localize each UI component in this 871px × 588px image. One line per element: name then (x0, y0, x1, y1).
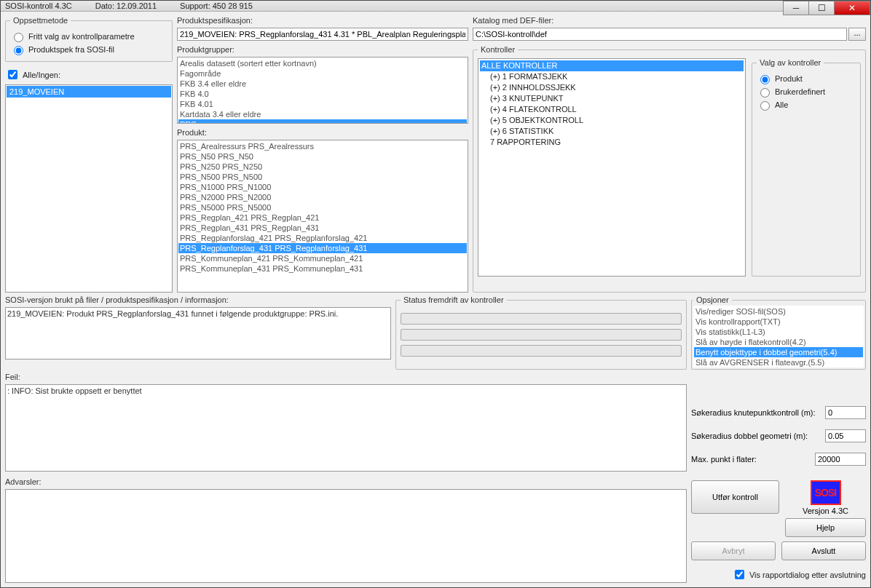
radio-produktspek[interactable] (14, 46, 23, 55)
sosi-logo: SOSI (811, 480, 841, 505)
list-item[interactable]: PRS_Kommuneplan_431 PRS_Kommuneplan_431 (178, 263, 467, 274)
opsjoner-listbox[interactable]: Vis/rediger SOSI-fil(SOS)Vis kontrollrap… (693, 306, 864, 368)
radio-brukerdef-label: Brukerdefinert (775, 87, 825, 96)
radio-produkt-label: Produkt (775, 74, 803, 83)
list-item[interactable]: Vis/rediger SOSI-fil(SOS) (694, 306, 863, 317)
app-title: SOSI-kontroll 4.3C (5, 1, 72, 10)
valg-kontroller-legend: Valg av kontroller (757, 58, 824, 67)
tree-item[interactable]: (+) 2 INNHOLDSSJEKK (480, 82, 744, 93)
maximize-button[interactable]: ☐ (808, 1, 835, 15)
tree-item[interactable]: (+) 1 FORMATSJEKK (480, 71, 744, 82)
param2-input[interactable] (825, 429, 866, 442)
list-item[interactable]: PRS_Arealressurs PRS_Arealressurs (178, 141, 467, 151)
status-group: Status fremdrift av kontroller (395, 295, 687, 370)
kontroller-group: Kontroller ALLE KONTROLLER(+) 1 FORMATSJ… (473, 45, 866, 293)
kontroller-tree[interactable]: ALLE KONTROLLER(+) 1 FORMATSJEKK(+) 2 IN… (478, 58, 746, 277)
info-text: 219_MOVEIEN: Produkt PRS_Regplanforslag_… (7, 309, 338, 318)
opsjoner-legend: Opsjoner (693, 295, 732, 304)
files-listbox[interactable]: 219_MOVEIEN (5, 84, 173, 293)
list-item[interactable]: FKB 4.0 (178, 89, 467, 99)
rapportdialog-checkbox[interactable] (735, 570, 744, 579)
produktspes-input[interactable] (177, 28, 468, 41)
param1-input[interactable] (825, 406, 866, 419)
main-window: SOSI-kontroll 4.3C Dato: 12.09.2011 Supp… (0, 0, 871, 588)
status-legend: Status fremdrift av kontroller (401, 295, 507, 304)
list-item[interactable]: PRS_Regplan_431 PRS_Regplan_431 (178, 223, 467, 233)
feil-label: Feil: (5, 373, 687, 381)
param3-label: Max. punkt i flater: (691, 455, 811, 464)
tree-root[interactable]: ALLE KONTROLLER (480, 60, 744, 71)
list-item[interactable]: Slå av AVGRENSER i flateavgr.(5.5) (694, 357, 863, 368)
list-item[interactable]: Arealis datasett (sortert etter kortnavn… (178, 58, 467, 68)
feil-text: : INFO: Sist brukte oppsett er benyttet (7, 386, 142, 395)
radio-alle[interactable] (760, 101, 770, 111)
list-item[interactable]: PRS_Regplanforslag_431 PRS_Regplanforsla… (178, 243, 467, 253)
list-item[interactable]: Fagområde (178, 68, 467, 79)
version-label: Versjon 4.3C (785, 506, 866, 515)
radio-produkt[interactable] (760, 75, 770, 84)
progress-bar-2 (401, 329, 682, 341)
param3-input[interactable] (815, 453, 866, 466)
list-item[interactable]: FKB 4.01 (178, 99, 467, 109)
produktgrupper-listbox[interactable]: Arealis datasett (sortert etter kortnavn… (177, 57, 468, 124)
tree-item[interactable]: (+) 6 STATISTIKK (480, 126, 744, 137)
file-item[interactable]: 219_MOVEIEN (7, 86, 171, 98)
radio-produktspek-label: Produktspek fra SOSI-fil (28, 45, 114, 54)
list-item[interactable]: Slå av høyde i flatekontroll(4.2) (694, 337, 863, 347)
alle-ingen-checkbox[interactable] (8, 70, 17, 79)
katalog-input[interactable] (473, 28, 847, 41)
info-label: SOSI-versjon brukt på filer / produktspe… (5, 295, 391, 304)
katalog-label: Katalog med DEF-filer: (473, 16, 866, 25)
list-item[interactable]: Vis kontrollrapport(TXT) (694, 317, 863, 327)
list-item[interactable]: PRS_N1000 PRS_N1000 (178, 182, 467, 192)
avslutt-button[interactable]: Avslutt (781, 541, 866, 560)
produktspes-label: Produktspesifikasjon: (177, 16, 468, 25)
list-item[interactable]: Kartdata 3.4 eller eldre (178, 109, 467, 119)
produkt-listbox[interactable]: PRS_Arealressurs PRS_ArealressursPRS_N50… (177, 140, 468, 293)
radio-fritt-valg[interactable] (14, 33, 23, 42)
list-item[interactable]: PRS_N500 PRS_N500 (178, 172, 467, 182)
alle-ingen-label: Alle/Ingen: (23, 71, 60, 79)
list-item[interactable]: PRS_N250 PRS_N250 (178, 162, 467, 172)
close-button[interactable]: ✕ (834, 1, 870, 15)
minimize-button[interactable]: ─ (783, 1, 809, 15)
progress-bar-3 (401, 345, 682, 357)
list-item[interactable]: PRS_Regplan_421 PRS_Regplan_421 (178, 212, 467, 223)
list-item[interactable]: PRS_Kommuneplan_421 PRS_Kommuneplan_421 (178, 253, 467, 263)
radio-brukerdef[interactable] (760, 88, 770, 98)
kontroller-legend: Kontroller (478, 45, 518, 54)
param2-label: Søkeradius dobbel geometri (m): (691, 432, 821, 440)
advarsler-label: Advarsler: (5, 477, 687, 486)
list-item[interactable]: PRS (178, 119, 467, 124)
advarsler-textarea[interactable] (5, 489, 687, 583)
radio-fritt-valg-label: Fritt valg av kontrollparametre (28, 32, 135, 41)
tree-item[interactable]: (+) 4 FLATEKONTROLL (480, 104, 744, 115)
browse-button[interactable]: ... (848, 28, 866, 41)
list-item[interactable]: Benytt objekttype i dobbel geometri(5.4) (694, 347, 863, 357)
rapportdialog-label: Vis rapportdialog etter avslutning (749, 571, 866, 579)
opsjoner-group: Opsjoner Vis/rediger SOSI-fil(SOS)Vis ko… (691, 295, 866, 370)
list-item[interactable]: PRS_Regplanforslag_421 PRS_Regplanforsla… (178, 233, 467, 243)
tree-item[interactable]: (+) 3 KNUTEPUNKT (480, 93, 744, 104)
feil-textarea[interactable]: : INFO: Sist brukte oppsett er benyttet (5, 384, 687, 472)
date-label: Dato: 12.09.2011 (95, 1, 157, 10)
titlebar: SOSI-kontroll 4.3C Dato: 12.09.2011 Supp… (1, 1, 870, 12)
produktgrupper-label: Produktgrupper: (177, 45, 468, 54)
oppsettmetode-group: Oppsettmetode Fritt valg av kontrollpara… (5, 16, 173, 62)
avbryt-button[interactable]: Avbryt (691, 541, 776, 560)
utfor-kontroll-button[interactable]: Utfør kontroll (691, 480, 779, 514)
support-label: Support: 450 28 915 (180, 1, 253, 10)
list-item[interactable]: PRS_N2000 PRS_N2000 (178, 192, 467, 202)
tree-item[interactable]: (+) 5 OBJEKTKONTROLL (480, 115, 744, 126)
list-item[interactable]: PRS_N5000 PRS_N5000 (178, 202, 467, 212)
hjelp-button[interactable]: Hjelp (785, 518, 866, 537)
param1-label: Søkeradius knutepunktkontroll (m): (691, 408, 821, 417)
oppsettmetode-legend: Oppsettmetode (10, 16, 71, 25)
list-item[interactable]: FKB 3.4 eller eldre (178, 79, 467, 89)
produkt-label: Produkt: (177, 128, 468, 137)
tree-item[interactable]: 7 RAPPORTERING (480, 137, 744, 148)
list-item[interactable]: Vis statistikk(L1-L3) (694, 327, 863, 337)
list-item[interactable]: PRS_N50 PRS_N50 (178, 151, 467, 162)
info-textarea[interactable]: 219_MOVEIEN: Produkt PRS_Regplanforslag_… (5, 307, 391, 359)
valg-kontroller-group: Valg av kontroller Produkt Brukerdefiner… (752, 58, 861, 277)
